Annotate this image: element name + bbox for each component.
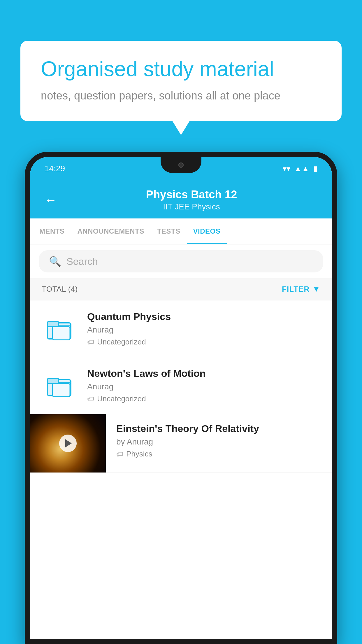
tag-label: Uncategorized [97,337,146,346]
list-item[interactable]: Einstein's Theory Of Relativity by Anura… [30,414,332,473]
phone-frame: 14:29 ▾▾ ▲▲ ▮ ← Physics Batch 12 IIT JEE… [25,152,337,644]
filter-label: FILTER [282,285,310,294]
back-button[interactable]: ← [45,194,57,206]
video-tag: 🏷 Physics [116,449,323,459]
by-label: by [116,437,125,446]
phone-screen: 14:29 ▾▾ ▲▲ ▮ ← Physics Batch 12 IIT JEE… [30,157,332,639]
signal-icon: ▲▲ [294,164,309,173]
folder-icon [42,371,77,400]
list-item[interactable]: Newton's Laws of Motion Anurag 🏷 Uncateg… [30,357,332,414]
filter-icon: ▼ [312,285,320,294]
svg-rect-2 [52,327,70,340]
svg-rect-5 [52,384,70,397]
video-title: Newton's Laws of Motion [87,368,320,379]
battery-icon: ▮ [313,164,317,173]
status-time: 14:29 [45,164,65,173]
notch [161,157,201,173]
video-title: Quantum Physics [87,311,320,322]
list-item[interactable]: Quantum Physics Anurag 🏷 Uncategorized [30,300,332,357]
search-bar-container: 🔍 Search [30,244,332,278]
svg-rect-1 [48,321,59,327]
svg-rect-4 [48,378,59,384]
header-title-area: Physics Batch 12 IIT JEE Physics [66,188,317,211]
tabs-bar: MENTS ANNOUNCEMENTS TESTS VIDEOS [30,218,332,244]
speech-bubble-card: Organised study material notes, question… [20,41,342,121]
video-author: Anurag [87,382,320,391]
tab-announcements[interactable]: ANNOUNCEMENTS [71,218,151,244]
video-tag: 🏷 Uncategorized [87,337,320,346]
tag-icon: 🏷 [116,450,123,458]
tag-icon: 🏷 [87,338,94,346]
play-icon [65,439,72,447]
video-author: by Anurag [116,437,323,447]
speech-bubble: Organised study material notes, question… [20,41,342,121]
author-name: Anurag [127,437,153,446]
speech-bubble-heading: Organised study material [41,57,321,81]
video-author: Anurag [87,325,320,335]
video-thumbnail [30,414,106,473]
app-header: ← Physics Batch 12 IIT JEE Physics [30,180,332,218]
tag-label: Physics [126,449,152,459]
filter-button[interactable]: FILTER ▼ [282,285,320,294]
video-info: Newton's Laws of Motion Anurag 🏷 Uncateg… [87,368,320,403]
tab-tests[interactable]: TESTS [151,218,187,244]
video-title: Einstein's Theory Of Relativity [116,423,323,434]
camera [178,162,184,168]
video-tag: 🏷 Uncategorized [87,394,320,403]
tag-label: Uncategorized [97,394,146,403]
tab-videos[interactable]: VIDEOS [187,218,227,244]
wifi-icon: ▾▾ [283,164,290,173]
tab-ments[interactable]: MENTS [33,218,71,244]
video-info: Einstein's Theory Of Relativity by Anura… [106,414,332,467]
video-info: Quantum Physics Anurag 🏷 Uncategorized [87,311,320,346]
search-bar[interactable]: 🔍 Search [39,250,323,272]
total-label: TOTAL (4) [42,285,78,294]
videos-list: Quantum Physics Anurag 🏷 Uncategorized [30,300,332,473]
tag-icon: 🏷 [87,395,94,403]
batch-title: Physics Batch 12 [66,188,317,201]
filter-row: TOTAL (4) FILTER ▼ [30,278,332,300]
search-icon: 🔍 [49,256,61,267]
status-bar: 14:29 ▾▾ ▲▲ ▮ [30,157,332,180]
play-button[interactable] [59,435,77,452]
status-icons: ▾▾ ▲▲ ▮ [283,164,317,173]
search-input[interactable]: Search [66,256,98,267]
folder-icon [42,314,77,343]
speech-bubble-subtext: notes, question papers, solutions all at… [41,88,321,104]
batch-subtitle: IIT JEE Physics [66,202,317,211]
